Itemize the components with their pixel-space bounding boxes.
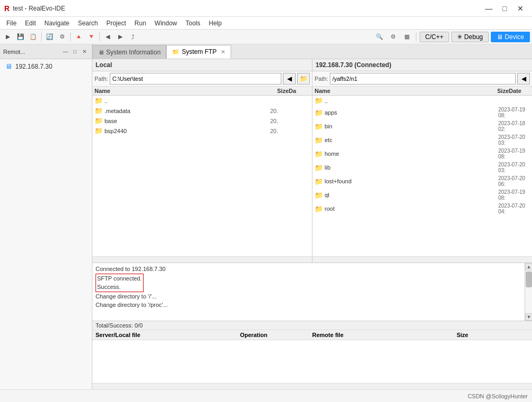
menu-window[interactable]: Window <box>150 18 182 28</box>
ftp-panels: Local Path: ◀ 📁 Name Size Da 📁 <box>92 59 532 263</box>
toolbar-btn-4[interactable]: 🔄 <box>44 31 55 43</box>
local-path-input[interactable] <box>110 73 281 85</box>
menu-search[interactable]: Search <box>73 18 102 28</box>
local-path-browse-button[interactable]: 📁 <box>297 73 310 85</box>
statusbar-text: CSDN @ScilogyHunter <box>468 393 528 399</box>
toolbar-btn-10[interactable]: ⤴ <box>127 31 139 43</box>
tab-debug-button[interactable]: ✳ Debug <box>451 32 489 42</box>
remote-file-item[interactable]: 📁 home 2023-07-19 08: <box>312 147 532 161</box>
sidebar-maximize-btn[interactable]: □ <box>71 48 79 56</box>
remote-file-item[interactable]: 📁 qt 2023-07-19 08: <box>312 188 532 202</box>
layout-icon[interactable]: ▦ <box>401 31 413 43</box>
folder-icon: 📁 <box>94 97 103 105</box>
remote-panel-scrollbar[interactable] <box>312 256 532 263</box>
log-message-1: Connected to 192.168.7.30 <box>96 265 521 274</box>
local-col-size: Size <box>268 88 289 94</box>
menu-tools[interactable]: Tools <box>182 18 205 28</box>
toolbar-btn-2[interactable]: 💾 <box>15 31 26 43</box>
scroll-thumb[interactable] <box>526 272 532 287</box>
remote-file-item[interactable]: 📁 root 2023-07-20 04: <box>312 202 532 216</box>
sidebar-header-buttons: — □ ✕ <box>61 48 89 56</box>
log-content: Connected to 192.168.7.30 SFTP connected… <box>92 263 525 321</box>
toolbar-btn-7[interactable]: 🔻 <box>86 31 97 43</box>
remote-path-label: Path: <box>315 76 328 82</box>
local-file-item[interactable]: 📁 base 20. <box>92 116 312 126</box>
local-path-label: Path: <box>94 76 108 82</box>
toolbar-btn-5[interactable]: ⚙ <box>56 31 68 43</box>
remote-file-item[interactable]: 📁 apps 2023-07-19 08: <box>312 106 532 119</box>
local-file-size: 20. <box>257 118 278 124</box>
remote-file-name: home <box>325 151 477 157</box>
window-controls: — □ ✕ <box>481 2 528 15</box>
remote-path-input[interactable] <box>330 73 516 85</box>
log-highlight-sftp: SFTP connected.Success. <box>96 274 144 292</box>
remote-file-item[interactable]: 📁 lost+found 2023-07-20 06: <box>312 174 532 188</box>
system-info-tab-icon: 🖥 <box>98 49 104 55</box>
log-scrollbar[interactable]: ▲ ▼ <box>525 263 532 321</box>
toolbar-separator-4 <box>416 32 416 42</box>
tab-device-button[interactable]: 🖥 Device <box>491 32 530 42</box>
search-icon[interactable]: 🔍 <box>374 31 385 43</box>
transfer-col-op-label: Operation <box>240 332 312 338</box>
menu-run[interactable]: Run <box>130 18 150 28</box>
menu-edit[interactable]: Edit <box>21 18 40 28</box>
tab-system-info-label: System Information <box>106 49 160 56</box>
folder-icon: 📁 <box>315 136 323 144</box>
local-list-header: Name Size Da <box>92 87 312 96</box>
menu-navigate[interactable]: Navigate <box>40 18 73 28</box>
sidebar-header: Remot... — □ ✕ <box>0 44 92 59</box>
local-col-name: Name <box>94 88 268 94</box>
remote-file-item[interactable]: 📁 .. <box>312 96 532 106</box>
scroll-down-btn[interactable]: ▼ <box>525 313 532 321</box>
remote-file-date: 2023-07-20 03: <box>498 134 530 146</box>
content-area: 🖥 System Information 📁 System FTP ✕ Loca… <box>92 44 532 389</box>
sidebar-title: Remot... <box>3 49 25 55</box>
remote-path-back-button[interactable]: ◀ <box>517 73 530 85</box>
toolbar-btn-8[interactable]: ◀ <box>102 31 113 43</box>
folder-icon: 📁 <box>94 127 103 135</box>
remote-file-item[interactable]: 📁 etc 2023-07-20 03: <box>312 133 532 147</box>
local-panel-path: Path: ◀ 📁 <box>92 71 312 87</box>
close-button[interactable]: ✕ <box>513 2 528 15</box>
toolbar-btn-3[interactable]: 📋 <box>27 31 39 43</box>
remote-panel-header: 192.168.7.30 (Connected) <box>312 59 532 71</box>
maximize-button[interactable]: □ <box>497 2 512 15</box>
tab-system-ftp[interactable]: 📁 System FTP ✕ <box>166 45 231 59</box>
sidebar-minimize-btn[interactable]: — <box>61 48 70 56</box>
tab-system-info[interactable]: 🖥 System Information <box>92 45 166 59</box>
folder-icon: 📁 <box>315 164 323 172</box>
local-path-back-button[interactable]: ◀ <box>283 73 296 85</box>
transfer-scrollbar[interactable] <box>92 383 532 389</box>
sidebar-device-label: 192.168.7.30 <box>15 63 52 70</box>
log-area: Connected to 192.168.7.30 SFTP connected… <box>92 263 532 321</box>
menu-help[interactable]: Help <box>205 18 226 28</box>
remote-file-item[interactable]: 📁 bin 2023-07-18 02: <box>312 119 532 133</box>
tab-system-ftp-close[interactable]: ✕ <box>221 49 225 55</box>
menu-file[interactable]: File <box>2 18 21 28</box>
settings-icon[interactable]: ⚙ <box>387 31 399 43</box>
minimize-button[interactable]: — <box>481 2 496 15</box>
toolbar-btn-1[interactable]: ▶ <box>2 31 14 43</box>
tab-cpp-button[interactable]: C/C++ <box>420 32 450 42</box>
local-file-item[interactable]: 📁 bsp2440 20. <box>92 126 312 136</box>
remote-file-name: .. <box>325 98 477 104</box>
local-file-item[interactable]: 📁 .. <box>92 96 312 106</box>
folder-icon: 📁 <box>315 205 323 213</box>
toolbar-btn-9[interactable]: ▶ <box>115 31 126 43</box>
folder-icon: 📁 <box>315 177 323 185</box>
sidebar-device-item[interactable]: 🖥 192.168.7.30 <box>0 59 92 73</box>
menu-project[interactable]: Project <box>102 18 130 28</box>
local-panel-header: Local <box>92 59 312 71</box>
toolbar-btn-6[interactable]: 🔺 <box>73 31 84 43</box>
scroll-up-btn[interactable]: ▲ <box>525 263 532 270</box>
transfer-col-file-label: Server/Local file <box>96 332 240 338</box>
main-area: Remot... — □ ✕ 🖥 192.168.7.30 🖥 System I… <box>0 44 532 389</box>
local-file-name: .metadata <box>104 108 257 114</box>
local-file-item[interactable]: 📁 .metadata 20. <box>92 106 312 116</box>
remote-file-date: 2023-07-20 04: <box>498 203 530 214</box>
local-panel-scrollbar[interactable] <box>92 256 312 263</box>
sidebar-close-btn[interactable]: ✕ <box>80 48 89 56</box>
toolbar-separator-1 <box>41 32 42 42</box>
remote-file-item[interactable]: 📁 lib 2023-07-20 03: <box>312 161 532 174</box>
remote-file-name: root <box>325 205 477 212</box>
